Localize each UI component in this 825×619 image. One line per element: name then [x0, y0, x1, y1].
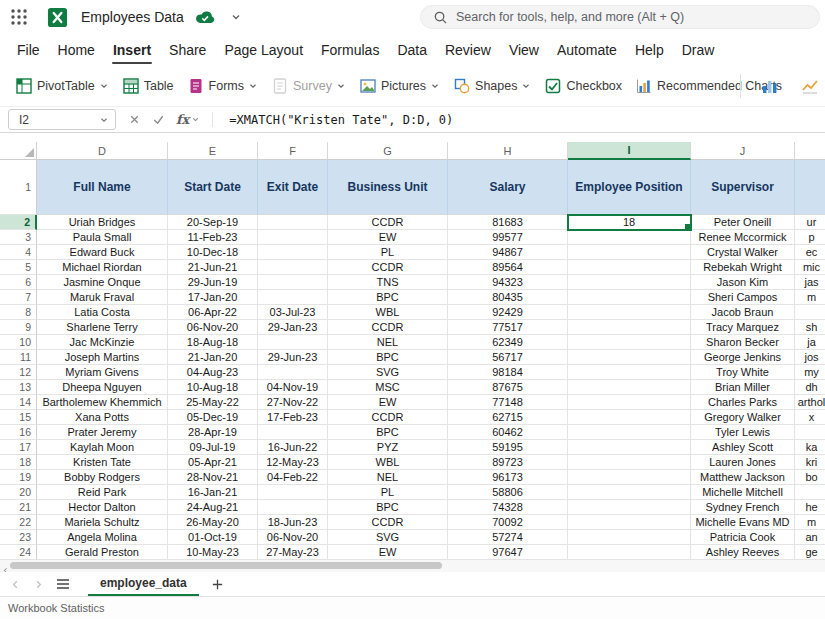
cell[interactable]: NEL — [328, 335, 448, 350]
cell[interactable] — [568, 515, 691, 530]
header-cell[interactable]: Full Name — [37, 160, 168, 215]
row-header[interactable]: 22 — [0, 515, 37, 530]
cell[interactable]: Mariela Schultz — [37, 515, 168, 530]
cell[interactable]: my — [795, 365, 825, 380]
cell[interactable] — [258, 365, 328, 380]
cell[interactable]: Sheri Campos — [691, 290, 795, 305]
cell[interactable]: 27-May-23 — [258, 545, 328, 560]
cell[interactable]: Brian Miller — [691, 380, 795, 395]
cell[interactable]: 81683 — [448, 215, 568, 230]
menu-tab-data[interactable]: Data — [388, 37, 436, 63]
cell[interactable]: 18-Jun-23 — [258, 515, 328, 530]
row-header[interactable]: 6 — [0, 275, 37, 290]
row-header[interactable]: 14 — [0, 395, 37, 410]
cell[interactable]: 05-Dec-19 — [168, 410, 258, 425]
cell[interactable]: BPC — [328, 350, 448, 365]
row-header[interactable]: 5 — [0, 260, 37, 275]
row-header[interactable]: 18 — [0, 455, 37, 470]
cell[interactable]: dh — [795, 380, 825, 395]
cell[interactable]: PYZ — [328, 440, 448, 455]
cell[interactable] — [568, 275, 691, 290]
next-sheet-icon[interactable] — [33, 579, 44, 590]
cell[interactable]: 60462 — [448, 425, 568, 440]
column-header[interactable]: J — [691, 142, 795, 160]
cell[interactable]: he — [795, 500, 825, 515]
pictures-button[interactable]: Pictures — [354, 73, 446, 99]
cell[interactable]: 12-May-23 — [258, 455, 328, 470]
cell[interactable] — [568, 320, 691, 335]
cell[interactable]: 58806 — [448, 485, 568, 500]
cell[interactable]: 94323 — [448, 275, 568, 290]
cell[interactable] — [795, 425, 825, 440]
cell[interactable]: 16-Jan-21 — [168, 485, 258, 500]
cell[interactable]: 89723 — [448, 455, 568, 470]
cell[interactable]: Jason Kim — [691, 275, 795, 290]
cell[interactable]: EW — [328, 230, 448, 245]
menu-tab-file[interactable]: File — [8, 37, 49, 63]
horizontal-scrollbar[interactable] — [0, 560, 825, 572]
cell[interactable]: CCDR — [328, 320, 448, 335]
header-cell[interactable]: Exit Date — [258, 160, 328, 215]
cell[interactable] — [258, 275, 328, 290]
cell[interactable] — [568, 365, 691, 380]
cell[interactable]: MSC — [328, 380, 448, 395]
menu-tab-home[interactable]: Home — [49, 37, 104, 63]
cell[interactable]: Troy White — [691, 365, 795, 380]
cell[interactable]: 20-Sep-19 — [168, 215, 258, 230]
app-launcher-icon[interactable] — [10, 8, 28, 26]
cell[interactable] — [568, 545, 691, 560]
column-header[interactable]: D — [37, 142, 168, 160]
cell[interactable] — [568, 335, 691, 350]
cell[interactable]: 89564 — [448, 260, 568, 275]
cell[interactable]: 24-Aug-21 — [168, 500, 258, 515]
cell[interactable]: Bartholemew Khemmich — [37, 395, 168, 410]
cell[interactable]: PL — [328, 485, 448, 500]
cell[interactable]: 92429 — [448, 305, 568, 320]
header-cell[interactable]: Start Date — [168, 160, 258, 215]
sheet-tab-employee-data[interactable]: employee_data — [88, 573, 199, 596]
cell[interactable]: Jacob Braun — [691, 305, 795, 320]
menu-tab-draw[interactable]: Draw — [673, 37, 724, 63]
cell[interactable]: Jasmine Onque — [37, 275, 168, 290]
cell[interactable] — [568, 470, 691, 485]
saved-cloud-icon[interactable] — [195, 10, 215, 24]
cell[interactable]: 10-Aug-18 — [168, 380, 258, 395]
cell[interactable]: EW — [328, 395, 448, 410]
cell[interactable] — [568, 485, 691, 500]
menu-tab-review[interactable]: Review — [436, 37, 500, 63]
cell[interactable]: 06-Apr-22 — [168, 305, 258, 320]
cell[interactable]: 27-Nov-22 — [258, 395, 328, 410]
column-header[interactable]: H — [448, 142, 568, 160]
cell[interactable]: Bobby Rodgers — [37, 470, 168, 485]
cell[interactable]: 04-Aug-23 — [168, 365, 258, 380]
row-header[interactable]: 23 — [0, 530, 37, 545]
cell[interactable]: 01-Oct-19 — [168, 530, 258, 545]
cell[interactable]: Reid Park — [37, 485, 168, 500]
cell[interactable]: Sydney French — [691, 500, 795, 515]
survey-button[interactable]: Survey — [266, 73, 352, 99]
cell[interactable]: Kaylah Moon — [37, 440, 168, 455]
cell[interactable]: BPC — [328, 290, 448, 305]
cell[interactable] — [568, 260, 691, 275]
cell[interactable]: m — [795, 515, 825, 530]
cell[interactable]: Charles Parks — [691, 395, 795, 410]
add-sheet-icon[interactable] — [211, 578, 224, 591]
cell[interactable]: Ashley Scott — [691, 440, 795, 455]
pivottable-button[interactable]: PivotTable — [10, 73, 115, 99]
document-title[interactable]: Employees Data — [81, 9, 184, 25]
menu-tab-page-layout[interactable]: Page Layout — [215, 37, 312, 63]
cell[interactable]: Michelle Mitchell — [691, 485, 795, 500]
cell[interactable]: bo — [795, 470, 825, 485]
cell[interactable]: 18-Aug-18 — [168, 335, 258, 350]
row-header[interactable]: 17 — [0, 440, 37, 455]
cell[interactable] — [258, 290, 328, 305]
row-header[interactable]: 16 — [0, 425, 37, 440]
cell[interactable]: Peter Oneill — [691, 215, 795, 230]
cell[interactable]: ec — [795, 245, 825, 260]
header-cell[interactable]: Employee Position — [568, 160, 691, 215]
cell[interactable]: Uriah Bridges — [37, 215, 168, 230]
cell[interactable]: Matthew Jackson — [691, 470, 795, 485]
cell[interactable]: WBL — [328, 305, 448, 320]
cell[interactable] — [258, 500, 328, 515]
cell[interactable]: NEL — [328, 470, 448, 485]
